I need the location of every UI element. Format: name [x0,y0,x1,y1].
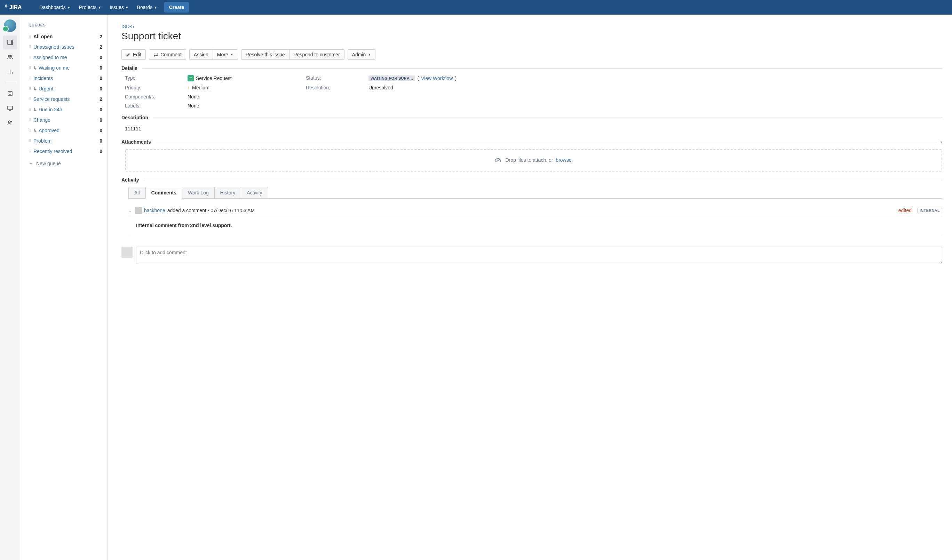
queue-count: 0 [96,55,102,60]
sub-arrow-icon: ↳ [33,107,37,113]
nav-boards[interactable]: Boards▼ [133,0,161,15]
rail-screen-icon[interactable] [3,101,17,115]
project-avatar[interactable] [4,20,16,32]
queue-label: Change [33,117,96,123]
queue-item[interactable]: ⠿Unassigned issues2 [29,42,102,52]
resolve-button[interactable]: Resolve this issue [241,49,289,60]
assign-button[interactable]: Assign [189,49,213,60]
svg-point-7 [8,121,11,123]
queue-count: 0 [96,107,102,113]
nav-issues[interactable]: Issues▼ [105,0,133,15]
issue-toolbar: Edit Comment Assign More▼ Resolve this i… [121,49,942,60]
queue-count: 0 [96,128,102,133]
nav-dashboards[interactable]: Dashboards▼ [35,0,74,15]
svg-point-0 [6,6,7,7]
upload-cloud-icon [495,157,503,163]
queue-count: 0 [96,76,102,81]
queue-count: 2 [96,34,102,39]
activity-tab[interactable]: Comments [145,187,182,198]
queue-item[interactable]: ⠿Problem0 [29,136,102,146]
issue-key-link[interactable]: ISD-5 [121,24,134,29]
rail-divider [5,83,15,83]
drag-grip-icon: ⠿ [29,150,31,153]
queue-item[interactable]: ⠿↳Urgent0 [29,83,102,94]
rail-reports-icon[interactable] [3,65,17,79]
activity-tab[interactable]: All [128,187,146,198]
top-nav: JIRA Dashboards▼ Projects▼ Issues▼ Board… [0,0,952,15]
queue-label: Recently resolved [33,148,96,154]
queue-count: 0 [96,117,102,123]
svg-rect-6 [8,106,12,110]
view-workflow-link[interactable]: View Workflow [421,76,453,81]
drag-grip-icon: ⠿ [29,46,31,48]
drag-grip-icon: ⠿ [29,56,31,59]
jira-logo[interactable]: JIRA [4,3,29,11]
queue-item[interactable]: ⠿Assigned to me0 [29,52,102,63]
collapse-comment-icon[interactable]: ⌄ [128,208,131,213]
browse-link[interactable]: browse. [556,157,573,163]
description-body: 111111 [121,125,942,136]
status-lozenge: WAITING FOR SUPP… [368,76,415,81]
priority-medium-icon: ↑ [187,85,190,90]
queue-sidebar: QUEUES ⠿All open2⠿Unassigned issues2⠿Ass… [20,15,108,560]
queue-count: 2 [96,44,102,50]
queue-item[interactable]: ⠿All open2 [29,31,102,42]
rail-queues-icon[interactable] [3,35,17,49]
svg-point-4 [10,55,12,57]
queue-item[interactable]: ⠿Change0 [29,115,102,125]
activity-tab[interactable]: Work Log [182,187,215,198]
drag-grip-icon: ⠿ [29,88,31,90]
create-button[interactable]: Create [164,2,189,12]
drag-grip-icon: ⠿ [29,119,31,121]
priority-label: Priority: [125,85,181,90]
queue-count: 0 [96,65,102,71]
attachments-options-icon[interactable]: ▾ [941,140,942,144]
activity-tab[interactable]: History [214,187,241,198]
respond-button[interactable]: Respond to customer [289,49,345,60]
queue-label: Assigned to me [33,55,96,60]
status-value: WAITING FOR SUPP… (View Workflow) [368,75,942,82]
new-queue-button[interactable]: ＋ New queue [29,158,102,169]
comment-button[interactable]: Comment [149,49,186,60]
queue-label: Approved [39,128,96,133]
queue-count: 0 [96,86,102,91]
queue-label: Urgent [39,86,96,91]
svg-point-3 [8,55,10,57]
more-button[interactable]: More▼ [213,49,238,60]
drag-grip-icon: ⠿ [29,108,31,111]
activity-section-header: Activity [121,177,942,183]
admin-button[interactable]: Admin▼ [348,49,376,60]
labels-label: Labels: [125,103,181,108]
queue-item[interactable]: ⠿↳Waiting on me0 [29,63,102,73]
svg-rect-5 [8,91,12,96]
queue-label: Incidents [33,76,96,81]
queue-item[interactable]: ⠿↳Approved0 [29,125,102,136]
nav-projects[interactable]: Projects▼ [75,0,105,15]
comment-author-link[interactable]: backbone [144,208,165,213]
queue-item[interactable]: ⠿Incidents0 [29,73,102,83]
rail-people-icon[interactable] [3,50,17,64]
attachments-dropzone[interactable]: Drop files to attach, or browse. [125,149,942,171]
current-user-avatar [121,247,133,258]
queue-item[interactable]: ⠿Recently resolved0 [29,146,102,157]
resolution-value: Unresolved [368,85,942,90]
drag-grip-icon: ⠿ [29,35,31,38]
priority-value: ↑Medium [187,85,299,90]
drag-grip-icon: ⠿ [29,77,31,80]
svg-rect-2 [8,40,11,45]
comment-edited-label: edited [898,208,912,213]
queue-item[interactable]: ⠿Service requests2 [29,94,102,104]
queue-item[interactable]: ⠿↳Due in 24h0 [29,104,102,115]
components-label: Component/s: [125,94,181,99]
sidebar-heading: QUEUES [29,23,102,27]
edit-button[interactable]: Edit [121,49,146,60]
rail-knowledge-icon[interactable] [3,86,17,100]
plus-icon: ＋ [29,160,33,167]
add-comment-input[interactable] [136,247,942,264]
rail-add-user-icon[interactable] [3,116,17,130]
activity-tab[interactable]: Activity [241,187,268,198]
queue-count: 2 [96,96,102,102]
comment-icon [153,52,158,57]
comment-entry: ⌄ backbone added a comment - 07/Dec/16 1… [128,207,942,234]
queue-label: Unassigned issues [33,44,96,50]
